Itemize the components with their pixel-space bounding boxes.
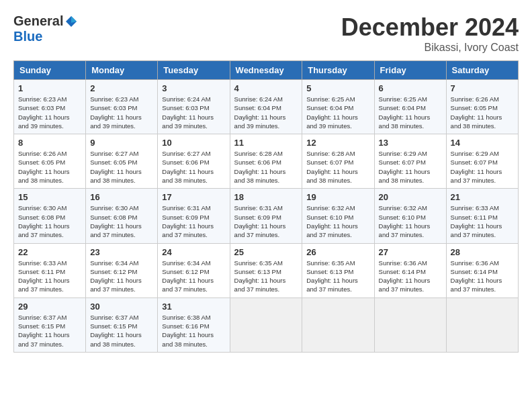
cell-content: Sunrise: 6:28 AM Sunset: 6:07 PM Dayligh… [306, 149, 369, 185]
cell-content: Sunrise: 6:36 AM Sunset: 6:14 PM Dayligh… [379, 259, 442, 294]
calendar-weekday-thursday: Thursday [302, 61, 374, 80]
cell-content: Sunrise: 6:37 AM Sunset: 6:15 PM Dayligh… [90, 313, 153, 349]
calendar-weekday-wednesday: Wednesday [230, 61, 302, 80]
calendar-cell: 15 Sunrise: 6:30 AM Sunset: 6:08 PM Dayl… [14, 189, 86, 243]
cell-content: Sunrise: 6:30 AM Sunset: 6:08 PM Dayligh… [90, 203, 153, 239]
cell-content: Sunrise: 6:24 AM Sunset: 6:03 PM Dayligh… [162, 95, 225, 130]
day-number: 8 [18, 138, 81, 148]
calendar-cell: 18 Sunrise: 6:31 AM Sunset: 6:09 PM Dayl… [230, 189, 302, 243]
logo-icon [64, 15, 78, 28]
calendar-cell [446, 298, 518, 352]
calendar-cell [374, 298, 446, 352]
cell-content: Sunrise: 6:25 AM Sunset: 6:04 PM Dayligh… [306, 95, 369, 130]
day-number: 14 [451, 138, 514, 148]
location: Bikassi, Ivory Coast [341, 42, 519, 54]
calendar-cell: 21 Sunrise: 6:33 AM Sunset: 6:11 PM Dayl… [446, 189, 518, 243]
cell-content: Sunrise: 6:25 AM Sunset: 6:04 PM Dayligh… [379, 95, 442, 130]
calendar-week-row: 29 Sunrise: 6:37 AM Sunset: 6:15 PM Dayl… [14, 298, 519, 352]
cell-content: Sunrise: 6:23 AM Sunset: 6:03 PM Dayligh… [18, 95, 81, 130]
calendar-cell: 10 Sunrise: 6:27 AM Sunset: 6:06 PM Dayl… [158, 134, 230, 189]
calendar-cell: 1 Sunrise: 6:23 AM Sunset: 6:03 PM Dayli… [14, 80, 86, 134]
day-number: 27 [379, 247, 442, 257]
calendar-cell: 25 Sunrise: 6:35 AM Sunset: 6:13 PM Dayl… [230, 243, 302, 298]
day-number: 3 [162, 83, 225, 93]
cell-content: Sunrise: 6:23 AM Sunset: 6:03 PM Dayligh… [90, 95, 153, 130]
calendar-cell: 12 Sunrise: 6:28 AM Sunset: 6:07 PM Dayl… [302, 134, 374, 189]
day-number: 18 [234, 192, 298, 202]
calendar-cell: 28 Sunrise: 6:36 AM Sunset: 6:14 PM Dayl… [446, 243, 518, 298]
calendar-cell: 24 Sunrise: 6:34 AM Sunset: 6:12 PM Dayl… [158, 243, 230, 298]
calendar-table: SundayMondayTuesdayWednesdayThursdayFrid… [13, 60, 519, 353]
calendar-weekday-saturday: Saturday [446, 61, 518, 80]
day-number: 24 [162, 247, 225, 257]
calendar-cell: 9 Sunrise: 6:27 AM Sunset: 6:05 PM Dayli… [86, 134, 158, 189]
calendar-cell: 20 Sunrise: 6:32 AM Sunset: 6:10 PM Dayl… [374, 189, 446, 243]
calendar-week-row: 22 Sunrise: 6:33 AM Sunset: 6:11 PM Dayl… [14, 243, 519, 298]
page-header: General Blue December 2024 Bikassi, Ivor… [13, 13, 519, 54]
day-number: 30 [90, 302, 153, 312]
day-number: 22 [18, 247, 81, 257]
calendar-cell: 29 Sunrise: 6:37 AM Sunset: 6:15 PM Dayl… [14, 298, 86, 352]
calendar-cell: 7 Sunrise: 6:26 AM Sunset: 6:05 PM Dayli… [446, 80, 518, 134]
cell-content: Sunrise: 6:33 AM Sunset: 6:11 PM Dayligh… [18, 259, 81, 294]
cell-content: Sunrise: 6:24 AM Sunset: 6:04 PM Dayligh… [234, 95, 298, 130]
cell-content: Sunrise: 6:29 AM Sunset: 6:07 PM Dayligh… [379, 149, 442, 185]
cell-content: Sunrise: 6:31 AM Sunset: 6:09 PM Dayligh… [234, 203, 298, 239]
calendar-weekday-tuesday: Tuesday [158, 61, 230, 80]
day-number: 13 [379, 138, 442, 148]
calendar-header-row: SundayMondayTuesdayWednesdayThursdayFrid… [14, 61, 519, 80]
cell-content: Sunrise: 6:35 AM Sunset: 6:13 PM Dayligh… [306, 259, 369, 294]
calendar-cell: 23 Sunrise: 6:34 AM Sunset: 6:12 PM Dayl… [86, 243, 158, 298]
calendar-cell: 19 Sunrise: 6:32 AM Sunset: 6:10 PM Dayl… [302, 189, 374, 243]
day-number: 6 [379, 83, 442, 93]
calendar-cell: 17 Sunrise: 6:31 AM Sunset: 6:09 PM Dayl… [158, 189, 230, 243]
cell-content: Sunrise: 6:29 AM Sunset: 6:07 PM Dayligh… [451, 149, 514, 185]
day-number: 11 [234, 138, 298, 148]
calendar-cell: 16 Sunrise: 6:30 AM Sunset: 6:08 PM Dayl… [86, 189, 158, 243]
cell-content: Sunrise: 6:26 AM Sunset: 6:05 PM Dayligh… [18, 149, 81, 185]
cell-content: Sunrise: 6:35 AM Sunset: 6:13 PM Dayligh… [234, 259, 298, 294]
day-number: 20 [379, 192, 442, 202]
cell-content: Sunrise: 6:26 AM Sunset: 6:05 PM Dayligh… [451, 95, 514, 130]
cell-content: Sunrise: 6:32 AM Sunset: 6:10 PM Dayligh… [379, 203, 442, 239]
day-number: 12 [306, 138, 369, 148]
cell-content: Sunrise: 6:34 AM Sunset: 6:12 PM Dayligh… [90, 259, 153, 294]
calendar-cell: 30 Sunrise: 6:37 AM Sunset: 6:15 PM Dayl… [86, 298, 158, 352]
calendar-week-row: 8 Sunrise: 6:26 AM Sunset: 6:05 PM Dayli… [14, 134, 519, 189]
calendar-cell: 3 Sunrise: 6:24 AM Sunset: 6:03 PM Dayli… [158, 80, 230, 134]
cell-content: Sunrise: 6:31 AM Sunset: 6:09 PM Dayligh… [162, 203, 225, 239]
day-number: 9 [90, 138, 153, 148]
cell-content: Sunrise: 6:34 AM Sunset: 6:12 PM Dayligh… [162, 259, 225, 294]
calendar-week-row: 1 Sunrise: 6:23 AM Sunset: 6:03 PM Dayli… [14, 80, 519, 134]
calendar-cell: 14 Sunrise: 6:29 AM Sunset: 6:07 PM Dayl… [446, 134, 518, 189]
day-number: 2 [90, 83, 153, 93]
cell-content: Sunrise: 6:27 AM Sunset: 6:05 PM Dayligh… [90, 149, 153, 185]
calendar-cell: 31 Sunrise: 6:38 AM Sunset: 6:16 PM Dayl… [158, 298, 230, 352]
cell-content: Sunrise: 6:27 AM Sunset: 6:06 PM Dayligh… [162, 149, 225, 185]
day-number: 29 [18, 302, 81, 312]
cell-content: Sunrise: 6:32 AM Sunset: 6:10 PM Dayligh… [306, 203, 369, 239]
calendar-cell [302, 298, 374, 352]
calendar-week-row: 15 Sunrise: 6:30 AM Sunset: 6:08 PM Dayl… [14, 189, 519, 243]
day-number: 10 [162, 138, 225, 148]
calendar-cell: 11 Sunrise: 6:28 AM Sunset: 6:06 PM Dayl… [230, 134, 302, 189]
day-number: 1 [18, 83, 81, 93]
day-number: 16 [90, 192, 153, 202]
calendar-cell: 5 Sunrise: 6:25 AM Sunset: 6:04 PM Dayli… [302, 80, 374, 134]
cell-content: Sunrise: 6:28 AM Sunset: 6:06 PM Dayligh… [234, 149, 298, 185]
calendar-body: 1 Sunrise: 6:23 AM Sunset: 6:03 PM Dayli… [14, 80, 519, 353]
logo-general-text: General [13, 13, 63, 29]
day-number: 15 [18, 192, 81, 202]
day-number: 17 [162, 192, 225, 202]
day-number: 25 [234, 247, 298, 257]
calendar-cell: 4 Sunrise: 6:24 AM Sunset: 6:04 PM Dayli… [230, 80, 302, 134]
cell-content: Sunrise: 6:30 AM Sunset: 6:08 PM Dayligh… [18, 203, 81, 239]
calendar-cell: 22 Sunrise: 6:33 AM Sunset: 6:11 PM Dayl… [14, 243, 86, 298]
calendar-cell: 8 Sunrise: 6:26 AM Sunset: 6:05 PM Dayli… [14, 134, 86, 189]
day-number: 21 [451, 192, 514, 202]
day-number: 23 [90, 247, 153, 257]
day-number: 19 [306, 192, 369, 202]
calendar-weekday-sunday: Sunday [14, 61, 86, 80]
title-section: December 2024 Bikassi, Ivory Coast [341, 13, 519, 54]
calendar-cell: 26 Sunrise: 6:35 AM Sunset: 6:13 PM Dayl… [302, 243, 374, 298]
